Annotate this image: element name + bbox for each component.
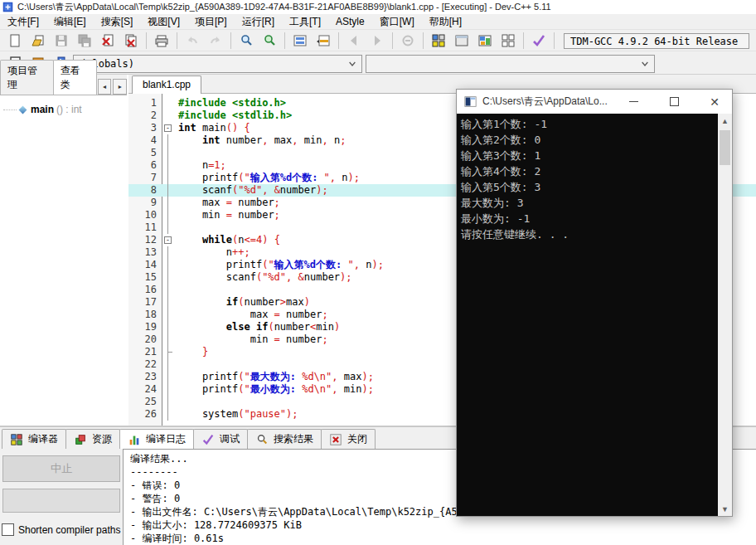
line-number[interactable]: 2 <box>128 109 162 122</box>
console-title-bar[interactable]: C:\Users\青云\AppData\Lo... ✕ <box>457 90 732 114</box>
fold-column[interactable] <box>162 333 174 346</box>
line-number[interactable]: 5 <box>128 147 162 159</box>
fold-column[interactable] <box>162 396 174 408</box>
fold-column[interactable] <box>162 284 174 296</box>
tab-scroll-left-icon[interactable]: ◂ <box>98 79 112 95</box>
menu-search[interactable]: 搜索[S] <box>94 13 141 31</box>
fold-column[interactable] <box>162 246 174 259</box>
redo-button[interactable] <box>204 31 227 51</box>
line-number[interactable]: 22 <box>128 358 162 371</box>
line-number[interactable]: 15 <box>128 271 162 284</box>
menu-edit[interactable]: 编辑[E] <box>46 13 94 31</box>
line-number[interactable]: 26 <box>128 408 162 421</box>
compile-run-button[interactable] <box>473 31 497 51</box>
menu-view[interactable]: 视图[V] <box>140 13 187 31</box>
breakpoint-button[interactable] <box>396 31 419 51</box>
fold-column[interactable] <box>162 383 174 396</box>
compile-button[interactable] <box>427 31 450 51</box>
shorten-paths-checkbox[interactable] <box>2 523 14 536</box>
menu-window[interactable]: 窗口[W] <box>372 13 422 31</box>
replace-button[interactable] <box>258 31 281 51</box>
abort-button[interactable]: 中止 <box>2 455 120 482</box>
line-number[interactable]: 25 <box>128 396 162 408</box>
tab-resources[interactable]: 资源 <box>65 429 120 449</box>
fold-column[interactable] <box>162 172 174 184</box>
scrollbar-thumb[interactable] <box>720 130 730 165</box>
line-number[interactable]: 8 <box>128 184 162 197</box>
back-button[interactable] <box>342 31 366 51</box>
console-scrollbar[interactable]: ▲ ▼ <box>718 114 732 516</box>
fold-column[interactable] <box>162 309 174 321</box>
fold-column[interactable] <box>162 321 174 333</box>
tab-debug[interactable]: 调试 <box>193 429 248 449</box>
close-file-button[interactable] <box>96 31 119 51</box>
line-number[interactable]: 12 <box>128 234 162 246</box>
fold-collapse-icon[interactable]: - <box>164 236 172 244</box>
fold-column[interactable] <box>162 271 174 284</box>
menu-file[interactable]: 文件[F] <box>0 13 46 31</box>
fold-column[interactable] <box>162 259 174 271</box>
menu-tools[interactable]: 工具[T] <box>282 13 328 31</box>
console-window[interactable]: C:\Users\青云\AppData\Lo... ✕ 输入第1个数: -1输入… <box>456 89 733 517</box>
line-number[interactable]: 1 <box>128 97 162 109</box>
project-manager-toggle-button[interactable] <box>288 31 312 51</box>
menu-astyle[interactable]: AStyle <box>328 14 372 29</box>
tab-compile-log[interactable]: 编译日志 <box>119 429 194 449</box>
line-number[interactable]: 6 <box>128 159 162 172</box>
line-number[interactable]: 3 <box>128 122 162 134</box>
line-number[interactable]: 19 <box>128 321 162 333</box>
line-number[interactable]: 10 <box>128 209 162 221</box>
fold-column[interactable] <box>162 197 174 209</box>
fold-collapse-icon[interactable]: - <box>164 124 172 132</box>
fold-column[interactable] <box>162 97 174 109</box>
line-number[interactable]: 17 <box>128 296 162 309</box>
tab-close[interactable]: 关闭 <box>321 429 376 449</box>
fold-column[interactable] <box>162 184 174 197</box>
line-number[interactable]: 14 <box>128 259 162 271</box>
scroll-down-icon[interactable]: ▼ <box>718 502 732 516</box>
console-close-button[interactable]: ✕ <box>697 90 732 114</box>
line-number[interactable]: 7 <box>128 172 162 184</box>
fold-column[interactable] <box>162 147 174 159</box>
tree-item-main-function[interactable]: main () : int <box>0 104 127 115</box>
fold-column[interactable]: - <box>162 122 174 134</box>
fold-column[interactable] <box>162 408 174 421</box>
menu-help[interactable]: 帮助[H] <box>422 13 469 31</box>
fold-column[interactable] <box>162 221 174 234</box>
fold-column[interactable] <box>162 358 174 371</box>
fold-column[interactable] <box>162 296 174 309</box>
fold-column[interactable]: - <box>162 234 174 246</box>
line-number[interactable]: 9 <box>128 197 162 209</box>
fold-column[interactable] <box>162 346 174 358</box>
line-number[interactable]: 20 <box>128 333 162 346</box>
scroll-up-icon[interactable]: ▲ <box>718 114 732 128</box>
line-number[interactable]: 13 <box>128 246 162 259</box>
menu-project[interactable]: 项目[P] <box>187 13 235 31</box>
line-number[interactable]: 4 <box>128 134 162 147</box>
report-window-toggle-button[interactable] <box>312 31 335 51</box>
member-combo[interactable] <box>366 55 655 73</box>
fold-column[interactable] <box>162 109 174 122</box>
tab-class-view[interactable]: 查看类 <box>53 60 97 95</box>
print-button[interactable] <box>150 31 173 51</box>
close-all-button[interactable] <box>119 31 143 51</box>
rebuild-button[interactable] <box>497 31 520 51</box>
editor-tab-blank1[interactable]: blank1.cpp <box>132 75 201 94</box>
fold-column[interactable] <box>162 159 174 172</box>
compiler-select[interactable]: TDM-GCC 4.9.2 64-bit Release <box>564 33 749 49</box>
open-file-button[interactable] <box>27 31 50 51</box>
save-all-button[interactable] <box>73 31 96 51</box>
line-number[interactable]: 21 <box>128 346 162 358</box>
save-button[interactable] <box>50 31 73 51</box>
menu-run[interactable]: 运行[R] <box>235 13 282 31</box>
fold-column[interactable] <box>162 134 174 147</box>
syntax-check-button[interactable] <box>527 31 550 51</box>
console-maximize-button[interactable] <box>657 90 691 114</box>
new-file-button[interactable] <box>3 31 27 51</box>
tab-search-results[interactable]: 搜索结果 <box>247 429 322 449</box>
console-minimize-button[interactable] <box>616 90 651 114</box>
tab-project-manager[interactable]: 项目管理 <box>0 60 54 95</box>
find-button[interactable] <box>235 31 258 51</box>
undo-button[interactable] <box>181 31 204 51</box>
line-number[interactable]: 23 <box>128 371 162 383</box>
